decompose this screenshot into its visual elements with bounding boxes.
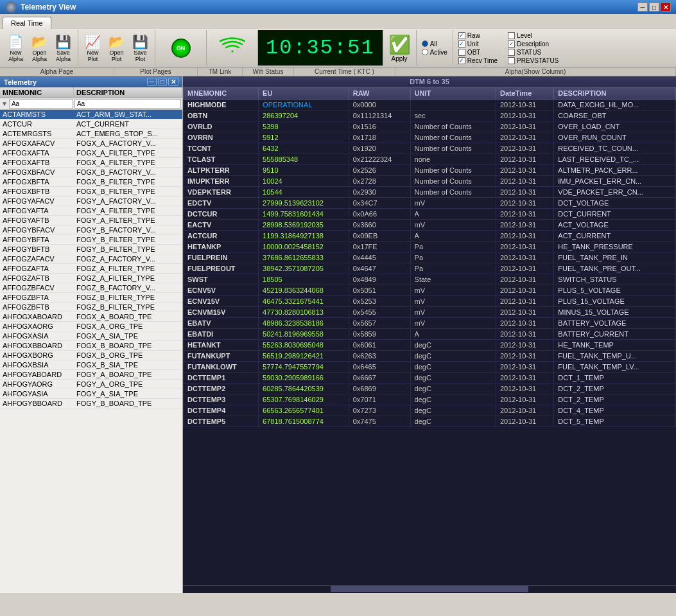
table-row[interactable]: FUTANKUPT 56519.2989126421 0x6263 degC 2… [184,351,676,362]
table-row[interactable]: DCTTEMP2 60285.7864420539 0x6869 degC 20… [184,383,676,394]
list-item[interactable]: AFFOGZBFTB FOGZ_B_FILTER_TYPE [0,303,182,312]
list-item[interactable]: AFFOGXBFTA FOGX_B_FILTER_TYPE [0,177,182,187]
table-row[interactable]: ALTPKTERR 9510 0x2526 Number of Counts 2… [184,165,676,176]
save-alpha-button[interactable]: 💾 Save Alpha [53,33,74,64]
table-row[interactable]: SWST 18505 0x4849 State 2012-10-31 SWITC… [184,274,676,285]
list-item[interactable]: AFFOGYAFACV FOGY_A_FACTORY_V... [0,197,182,206]
list-item[interactable]: AHFOGXBBOARD FOGX_B_BOARD_TPE [0,341,182,351]
list-item[interactable]: AHFOGYAORG FOGY_A_ORG_TPE [0,380,182,389]
table-row[interactable]: DCTCUR 1499.75831601434 0x0A66 A 2012-10… [184,209,676,220]
radio-all-row[interactable]: All [422,40,447,48]
radio-active[interactable] [422,49,428,55]
list-item[interactable]: ACTCUR ACT_CURRENT [0,119,182,129]
table-row[interactable]: ECNVM15V 47730.8280106813 0x5455 mV 2012… [184,307,676,318]
list-item[interactable]: AHFOGXASIA FOGX_A_SIA_TPE [0,331,182,341]
list-item[interactable]: AFFOGZAFTB FOGZ_A_FILTER_TYPE [0,274,182,283]
table-row[interactable]: OBTN 286397204 0x11121314 sec 2012-10-31… [184,110,676,121]
list-item[interactable]: AFFOGZBFACV FOGZ_B_FACTORY_V... [0,283,182,293]
list-item[interactable]: AFFOGYAFTA FOGY_A_FILTER_TYPE [0,206,182,216]
table-row[interactable]: HETANKT 55263.8030695048 0x6061 degC 201… [184,340,676,351]
cb-status[interactable] [508,49,515,56]
data-table-container[interactable]: MNEMONICEURAWUNITDateTimeDESCRIPTION HIG… [183,87,676,585]
maximize-button[interactable]: □ [649,3,659,12]
table-row[interactable]: ECNV5V 45219.8363244068 0x5051 mV 2012-1… [184,285,676,296]
table-row[interactable]: FUTANKLOWT 57774.7947557794 0x6465 degC … [184,362,676,373]
table-row[interactable]: OVRRN 5912 0x1718 Number of Counts 2012-… [184,132,676,143]
cb-unit[interactable]: ✓ [458,40,465,48]
list-item[interactable]: AFFOGXAFACV FOGX_A_FACTORY_V... [0,139,182,148]
list-item[interactable]: AFFOGXAFTB FOGX_A_FILTER_TYPE [0,158,182,168]
open-plot-button[interactable]: 📂 Open Plot [106,33,127,64]
close-button[interactable]: ✕ [661,3,671,12]
table-row[interactable]: EDCTV 27999.5139623102 0x34C7 mV 2012-10… [184,198,676,209]
list-item[interactable]: AFFOGXBFTB FOGX_B_FILTER_TYPE [0,187,182,197]
cb-unit-row[interactable]: ✓ Unit [458,40,498,48]
table-row[interactable]: HIGHMODE OPERATIONAL 0x0000 2012-10-31 D… [184,100,676,110]
cb-status-row[interactable]: STATUS [508,49,559,56]
list-item[interactable]: AFFOGXBFACV FOGX_B_FACTORY_V... [0,168,182,177]
panel-close-button[interactable]: ✕ [168,78,178,86]
table-row[interactable]: TCLAST 555885348 0x21222324 none 2012-10… [184,154,676,165]
table-row[interactable]: IMUPKTERR 10024 0x2728 Number of Counts … [184,176,676,187]
apply-label[interactable]: Apply [392,55,408,62]
table-row[interactable]: FUELPREIN 37686.8612655833 0x4445 Pa 201… [184,252,676,263]
table-row[interactable]: DCTTEMP5 67818.7615008774 0x7475 degC 20… [184,416,676,427]
list-item[interactable]: ACTEMRGSTS ACT_EMERG_STOP_S... [0,129,182,139]
list-item[interactable]: AFFOGYAFTB FOGY_A_FILTER_TYPE [0,216,182,225]
cb-recvtime[interactable]: ✓ [458,57,465,64]
table-row[interactable]: FUELPREOUT 38942.3571087205 0x4647 Pa 20… [184,263,676,274]
table-row[interactable]: EBATV 48986.3238538186 0x5657 mV 2012-10… [184,318,676,329]
cb-description-row[interactable]: ✓ Description [508,40,559,48]
table-row[interactable]: HETANKP 10000.0025458152 0x17FE Pa 2012-… [184,242,676,252]
cb-raw[interactable]: ✓ [458,32,465,39]
minimize-button[interactable]: ─ [637,3,648,12]
cb-level-row[interactable]: Level [508,32,559,39]
table-row[interactable]: EACTV 28998.5369192035 0x3660 mV 2012-10… [184,220,676,231]
table-row[interactable]: DCTTEMP4 66563.2656577401 0x7273 degC 20… [184,405,676,416]
new-alpha-button[interactable]: 📄 New Alpha [5,33,26,64]
list-item[interactable]: AHFOGYBBOARD FOGY_B_BOARD_TPE [0,399,182,409]
cb-obt[interactable] [458,49,465,56]
list-item[interactable]: AHFOGYASIA FOGY_A_SIA_TPE [0,389,182,399]
list-item[interactable]: AFFOGYBFTA FOGY_B_FILTER_TYPE [0,235,182,245]
list-item[interactable]: AHFOGXAORG FOGX_A_ORG_TPE [0,322,182,331]
cb-prevstatus-row[interactable]: PREVSTATUS [508,57,559,64]
list-item[interactable]: AHFOGXABOARD FOGX_A_BOARD_TPE [0,312,182,322]
open-alpha-button[interactable]: 📂 Open Alpha [29,33,50,64]
cb-prevstatus[interactable] [508,57,515,64]
table-row[interactable]: ECNV15V 46475.3321675441 0x5253 mV 2012-… [184,296,676,307]
list-item[interactable]: AHFOGXBSIA FOGX_B_SIA_TPE [0,360,182,370]
tab-realtime[interactable]: Real Time [3,17,51,29]
table-row[interactable]: ACTCUR 1199.31864927138 0x09EB A 2012-10… [184,231,676,242]
table-row[interactable]: DCTTEMP3 65307.7698146029 0x7071 degC 20… [184,394,676,405]
table-row[interactable]: EBATDI 50241.8196969558 0x5859 A 2012-10… [184,329,676,340]
cb-description[interactable]: ✓ [508,40,515,48]
cb-level[interactable] [508,32,515,39]
list-item[interactable]: AFFOGYBFTB FOGY_B_FILTER_TYPE [0,245,182,254]
save-plot-button[interactable]: 💾 Save Plot [130,33,151,64]
list-item[interactable]: AFFOGYBFACV FOGY_B_FACTORY_V... [0,225,182,235]
table-row[interactable]: TCCNT 6432 0x1920 Number of Counts 2012-… [184,143,676,154]
list-item[interactable]: AHFOGYABOARD FOGY_A_BOARD_TPE [0,370,182,380]
filter-mnemonic-input[interactable] [9,99,73,109]
cb-recvtime-row[interactable]: ✓ Recv Time [458,57,498,64]
list-item[interactable]: AHFOGXBORG FOGX_B_ORG_TPE [0,351,182,360]
cb-obt-row[interactable]: OBT [458,49,498,56]
panel-pin-button[interactable]: ─ [147,78,157,86]
list-item[interactable]: AFFOGXAFTA FOGX_A_FILTER_TYPE [0,148,182,158]
radio-all[interactable] [422,40,428,47]
radio-active-row[interactable]: Active [422,49,447,56]
list-item[interactable]: AFFOGZAFACV FOGZ_A_FACTORY_V... [0,254,182,264]
table-row[interactable]: DCTTEMP1 59030.2905989166 0x6667 degC 20… [184,373,676,383]
open-plot-label: Open Plot [109,49,123,62]
list-item[interactable]: ACTARMSTS ACT_ARM_SW_STAT... [0,110,182,119]
new-plot-button[interactable]: 📈 New Plot [82,33,103,64]
table-row[interactable]: OVRLD 5398 0x1516 Number of Counts 2012-… [184,121,676,132]
filter-desc-input[interactable] [74,99,181,109]
cb-raw-row[interactable]: ✓ Raw [458,32,498,39]
horizontal-scrollbar[interactable] [183,585,676,593]
table-row[interactable]: VDEPKTERR 10544 0x2930 Number of Counts … [184,187,676,198]
panel-float-button[interactable]: □ [158,78,167,86]
list-item[interactable]: AFFOGZBFTA FOGZ_B_FILTER_TYPE [0,293,182,303]
list-item[interactable]: AFFOGZAFTA FOGZ_A_FILTER_TYPE [0,264,182,274]
